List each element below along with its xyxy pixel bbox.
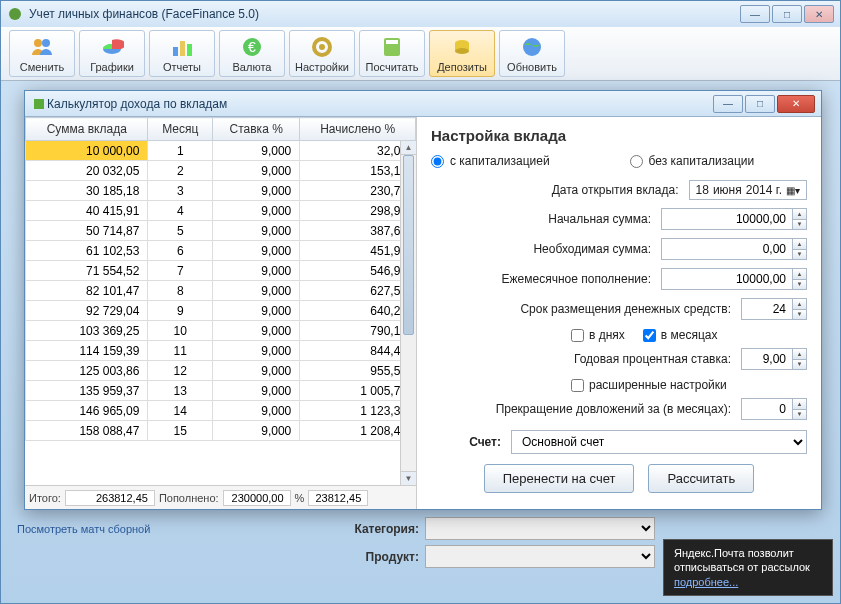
modal-title: Калькулятор дохода по вкладам [47, 97, 713, 111]
bars-icon [170, 35, 194, 59]
date-picker[interactable]: 18 июня 2014 г. ▦▾ [689, 180, 807, 200]
refill-label: Пополнено: [159, 492, 219, 504]
stop-label: Прекращение довложений за (в месяцах): [431, 402, 741, 416]
category-select[interactable] [425, 517, 655, 540]
total-value: 263812,45 [65, 490, 155, 506]
initial-sum-input[interactable]: ▲▼ [661, 208, 807, 230]
scroll-up-arrow[interactable]: ▲ [401, 141, 416, 155]
total-label: Итого: [29, 492, 61, 504]
toolbar-currency-button[interactable]: €Валюта [219, 30, 285, 77]
toolbar-calc-button[interactable]: Посчитать [359, 30, 425, 77]
term-label: Срок размещения денежных средств: [431, 302, 741, 316]
users-icon [30, 35, 54, 59]
main-toolbar: СменитьГрафикиОтчеты€ВалютаНастройкиПосч… [1, 27, 840, 81]
toolbar-deposits-button[interactable]: Депозиты [429, 30, 495, 77]
table-row[interactable]: 158 088,47159,0001 208,40 [26, 421, 416, 441]
radio-cap-input[interactable] [431, 155, 444, 168]
tooltip-more-link[interactable]: подробнее... [674, 576, 738, 588]
scroll-down-arrow[interactable]: ▼ [401, 471, 416, 485]
modal-close-button[interactable]: ✕ [777, 95, 815, 113]
check-days[interactable]: в днях [571, 328, 625, 342]
toolbar-refresh-button[interactable]: Обновить [499, 30, 565, 77]
table-row[interactable]: 20 032,0529,000153,12 [26, 161, 416, 181]
rate-input[interactable]: ▲▼ [741, 348, 807, 370]
gear-icon [310, 35, 334, 59]
radio-nocap-input[interactable] [630, 155, 643, 168]
toolbar-reports-button[interactable]: Отчеты [149, 30, 215, 77]
grid-col-1[interactable]: Месяц [148, 118, 213, 141]
deposit-calculator-modal: Калькулятор дохода по вкладам — □ ✕ Сумм… [24, 90, 822, 510]
calc-icon [380, 35, 404, 59]
spin-down[interactable]: ▼ [793, 220, 806, 230]
grid-col-0[interactable]: Сумма вклада [26, 118, 148, 141]
modal-minimize-button[interactable]: — [713, 95, 743, 113]
svg-text:€: € [248, 39, 256, 55]
table-row[interactable]: 146 965,09149,0001 123,38 [26, 401, 416, 421]
table-row[interactable]: 71 554,5279,000546,95 [26, 261, 416, 281]
notification-tooltip: Яндекс.Почта позволит отписываться от ра… [663, 539, 833, 596]
refill-value: 230000,00 [223, 490, 291, 506]
required-sum-label: Необходимая сумма: [431, 242, 661, 256]
radio-capitalization[interactable]: с капитализацией [431, 154, 550, 168]
svg-rect-5 [180, 41, 185, 56]
main-title: Учет личных финансов (FaceFinance 5.0) [29, 7, 740, 21]
table-row[interactable]: 30 185,1839,000230,73 [26, 181, 416, 201]
main-titlebar: Учет личных финансов (FaceFinance 5.0) —… [1, 1, 840, 27]
calendar-icon[interactable]: ▦▾ [786, 185, 800, 196]
table-row[interactable]: 61 102,5369,000451,99 [26, 241, 416, 261]
table-row[interactable]: 125 003,86129,000955,51 [26, 361, 416, 381]
table-row[interactable]: 50 714,8759,000387,66 [26, 221, 416, 241]
monthly-refill-label: Ежемесячное пополнение: [431, 272, 661, 286]
check-advanced[interactable]: расширенные настройки [571, 378, 727, 392]
svg-rect-6 [187, 44, 192, 56]
deposit-grid[interactable]: Сумма вкладаМесяцСтавка %Начислено % 10 … [25, 117, 416, 441]
open-date-label: Дата открытия вклада: [431, 183, 689, 197]
toolbar-settings-button[interactable]: Настройки [289, 30, 355, 77]
bg-link[interactable]: Посмотреть матч сборной [17, 523, 150, 535]
transfer-button[interactable]: Перенести на счет [484, 464, 635, 493]
svg-rect-12 [386, 40, 398, 44]
table-row[interactable]: 40 415,9149,000298,97 [26, 201, 416, 221]
scroll-thumb[interactable] [403, 155, 414, 335]
toolbar-change-button[interactable]: Сменить [9, 30, 75, 77]
grid-col-3[interactable]: Начислено % [300, 118, 416, 141]
svg-point-15 [455, 48, 469, 54]
settings-pane: Настройка вклада с капитализацией без ка… [417, 117, 821, 509]
category-label: Категория: [339, 522, 419, 536]
spin-up[interactable]: ▲ [793, 209, 806, 220]
grid-pane: Сумма вкладаМесяцСтавка %Начислено % 10 … [25, 117, 417, 509]
svg-point-10 [319, 44, 325, 50]
required-sum-input[interactable]: ▲▼ [661, 238, 807, 260]
monthly-refill-input[interactable]: ▲▼ [661, 268, 807, 290]
pct-label: % [295, 492, 305, 504]
table-row[interactable]: 92 729,0499,000640,21 [26, 301, 416, 321]
table-row[interactable]: 103 369,25109,000790,14 [26, 321, 416, 341]
term-input[interactable]: ▲▼ [741, 298, 807, 320]
product-label: Продукт: [339, 550, 419, 564]
modal-icon [31, 96, 47, 112]
svg-rect-17 [34, 99, 44, 109]
modal-maximize-button[interactable]: □ [745, 95, 775, 113]
grid-scrollbar[interactable]: ▲ ▼ [400, 141, 416, 485]
table-row[interactable]: 135 959,37139,0001 005,73 [26, 381, 416, 401]
calculate-button[interactable]: Рассчитать [648, 464, 754, 493]
settings-title: Настройка вклада [431, 127, 807, 144]
close-button[interactable]: ✕ [804, 5, 834, 23]
maximize-button[interactable]: □ [772, 5, 802, 23]
grid-footer: Итого: 263812,45 Пополнено: 230000,00 % … [25, 485, 416, 509]
minimize-button[interactable]: — [740, 5, 770, 23]
stop-input[interactable]: ▲▼ [741, 398, 807, 420]
svg-point-1 [34, 39, 42, 47]
toolbar-charts-button[interactable]: Графики [79, 30, 145, 77]
table-row[interactable]: 114 159,39119,000844,47 [26, 341, 416, 361]
deposit-icon [450, 35, 474, 59]
globe-icon [520, 35, 544, 59]
svg-point-16 [523, 38, 541, 56]
account-select[interactable]: Основной счет [511, 430, 807, 454]
check-months[interactable]: в месяцах [643, 328, 718, 342]
grid-col-2[interactable]: Ставка % [213, 118, 300, 141]
table-row[interactable]: 10 000,0019,00032,05 [26, 141, 416, 161]
product-select[interactable] [425, 545, 655, 568]
table-row[interactable]: 82 101,4789,000627,57 [26, 281, 416, 301]
radio-no-capitalization[interactable]: без капитализации [630, 154, 755, 168]
